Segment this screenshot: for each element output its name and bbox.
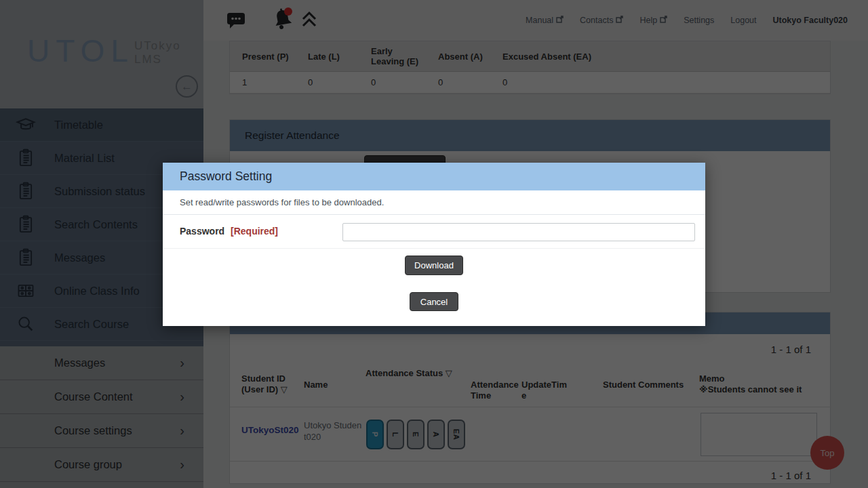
required-badge: [Required] bbox=[231, 226, 278, 237]
modal-title: Password Setting bbox=[180, 169, 272, 184]
password-label: Password [Required] bbox=[180, 226, 278, 237]
cancel-button[interactable]: Cancel bbox=[410, 292, 458, 311]
password-label-text: Password bbox=[180, 226, 224, 237]
password-input[interactable] bbox=[342, 223, 695, 241]
password-form-row: Password [Required] bbox=[163, 215, 705, 249]
password-setting-modal: Password Setting Set read/write password… bbox=[163, 163, 705, 326]
modal-header: Password Setting bbox=[163, 163, 705, 190]
download-button[interactable]: Download bbox=[405, 256, 463, 275]
modal-description: Set read/write passwords for files to be… bbox=[163, 190, 705, 215]
